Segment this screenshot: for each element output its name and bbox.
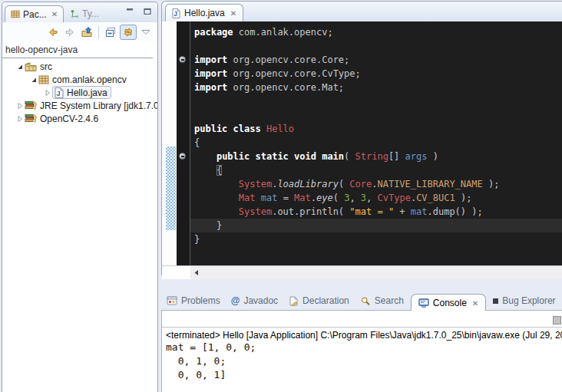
editor-area: J Hello.java ✕ package com.anlak.opencv;… <box>161 1 562 278</box>
tab-bug-explorer[interactable]: Bug Explorer <box>488 295 560 311</box>
code-line-16[interactable]: } <box>194 232 562 246</box>
tree-item-hello-java[interactable]: J Hello.java <box>2 86 157 99</box>
declaration-icon <box>289 296 299 306</box>
console-icon <box>418 298 429 308</box>
code-line-13[interactable]: Mat mat = Mat.eye( 3, 3, CvType.CV_8UC1 … <box>194 191 562 205</box>
tree-item-label: src <box>40 61 52 72</box>
minimize-button[interactable] <box>126 8 134 15</box>
tab-label: Console <box>433 298 467 308</box>
close-icon[interactable]: ✕ <box>230 9 236 18</box>
package-explorer-toolbar <box>2 22 157 41</box>
console-toolbar-icon[interactable] <box>553 316 561 324</box>
package-icon <box>38 75 49 84</box>
editor-horizontal-scrollbar[interactable] <box>162 265 562 279</box>
package-explorer-panel: Pac... ✕ Ty... <box>2 2 158 392</box>
tree-item-jre-library[interactable]: JRE System Library [jdk1.7.0_25] <box>2 99 157 112</box>
tree-item-label: com.anlak.opencv <box>52 74 127 85</box>
code-line-1[interactable]: package com.anlak.opencv; <box>194 25 562 39</box>
range-indicator <box>166 147 176 230</box>
svg-text:J: J <box>56 90 60 97</box>
editor-folding-gutter[interactable] <box>177 21 190 265</box>
project-separator <box>2 58 153 58</box>
scrollbar-spacer <box>162 266 190 279</box>
source-folder-icon <box>25 62 37 71</box>
tab-package-explorer[interactable]: Pac... ✕ <box>5 5 64 22</box>
code-line-2[interactable] <box>194 39 562 53</box>
tab-declaration[interactable]: Declaration <box>283 295 355 311</box>
link-with-editor-button[interactable] <box>120 25 137 40</box>
tab-search[interactable]: Search <box>355 295 409 311</box>
editor-tab-bar: J Hello.java ✕ <box>162 2 562 21</box>
scroll-left-arrow-icon[interactable] <box>193 269 200 276</box>
code-line-6[interactable] <box>194 94 562 108</box>
project-root-label[interactable]: hello-opencv-java <box>2 41 157 58</box>
java-file-icon: J <box>55 87 64 98</box>
tab-label: Problems <box>181 295 220 306</box>
expand-arrow-icon[interactable] <box>43 89 52 97</box>
fold-collapse-icon[interactable] <box>179 153 186 160</box>
package-explorer-icon <box>11 10 20 18</box>
tree-item-label: Hello.java <box>67 87 107 98</box>
tab-label: Declaration <box>302 295 349 306</box>
tab-hello-java[interactable]: J Hello.java ✕ <box>165 4 243 21</box>
close-icon[interactable]: ✕ <box>472 299 478 308</box>
tab-label: Hello.java <box>184 8 225 18</box>
editor-vertical-ruler[interactable] <box>162 21 177 265</box>
code-line-9[interactable]: { <box>194 136 562 150</box>
library-icon <box>25 100 37 110</box>
selected-item-highlight[interactable]: J Hello.java <box>52 86 111 99</box>
expand-arrow-icon[interactable] <box>15 102 25 110</box>
code-line-5[interactable]: import org.opencv.core.Mat; <box>194 81 562 94</box>
expand-arrow-icon[interactable] <box>29 76 38 84</box>
tab-label: Pac... <box>23 9 47 20</box>
console-process-title: <terminated> Hello [Java Application] C:… <box>166 330 562 341</box>
console-output-line: mat = [1, 0, 0; <box>166 341 562 354</box>
back-button[interactable] <box>45 25 61 40</box>
console-output[interactable]: mat = [1, 0, 0; 0, 1, 0; 0, 0, 1] <box>166 341 562 382</box>
code-line-14[interactable]: System.out.println( "mat = " + mat.dump(… <box>194 205 562 219</box>
tab-console[interactable]: Console ✕ <box>411 294 486 311</box>
code-line-7[interactable] <box>194 108 562 122</box>
maximize-button[interactable] <box>144 8 151 15</box>
fold-collapse-icon[interactable] <box>179 56 186 63</box>
view-menu-button[interactable] <box>138 25 154 40</box>
tab-problems[interactable]: Problems <box>161 295 226 311</box>
tab-type-hierarchy[interactable]: Ty... <box>64 8 105 22</box>
go-up-button[interactable] <box>79 25 94 40</box>
forward-button[interactable] <box>62 25 78 40</box>
code-line-11[interactable]: { <box>194 163 562 177</box>
code-editor[interactable]: package com.anlak.opencv;import org.open… <box>190 21 562 265</box>
problems-icon <box>167 296 177 305</box>
code-line-4[interactable]: import org.opencv.core.CvType; <box>194 67 562 81</box>
tab-label: Search <box>375 295 404 306</box>
library-icon <box>25 114 37 124</box>
console-output-line: 0, 1, 0; <box>166 354 562 368</box>
code-line-12[interactable]: System.loadLibrary( Core.NATIVE_LIBRARY_… <box>194 177 562 191</box>
tab-javadoc[interactable]: @ Javadoc <box>226 295 283 311</box>
collapse-all-button[interactable] <box>103 25 118 40</box>
tree-item-label: OpenCV-2.4.6 <box>40 114 98 124</box>
console-view: <terminated> Hello [Java Application] C:… <box>161 310 562 392</box>
code-line-15[interactable]: } <box>190 219 562 232</box>
code-line-10[interactable]: public static void main( String[] args ) <box>194 150 562 163</box>
tab-label: Javadoc <box>243 295 278 306</box>
console-document[interactable]: <terminated> Hello [Java Application] C:… <box>162 327 562 382</box>
console-output-line: 0, 0, 1] <box>166 368 562 382</box>
bug-explorer-icon <box>493 298 498 304</box>
javadoc-icon: @ <box>231 295 240 306</box>
tree-item-opencv-library[interactable]: OpenCV-2.4.6 <box>2 112 157 125</box>
toolbar-separator <box>98 26 99 38</box>
expand-arrow-icon[interactable] <box>15 63 25 71</box>
tab-label: Ty... <box>82 8 99 19</box>
tree-item-src[interactable]: src <box>2 60 157 73</box>
tab-label: Bug Explorer <box>502 295 555 306</box>
search-icon <box>360 296 371 306</box>
code-line-3[interactable]: import org.opencv.core.Core; <box>194 53 562 67</box>
tree-item-label: JRE System Library [jdk1.7.0_25] <box>40 100 157 111</box>
package-explorer-header: Pac... ✕ Ty... <box>2 2 157 22</box>
close-icon[interactable]: ✕ <box>51 10 58 18</box>
scrollbar-track[interactable] <box>190 266 562 279</box>
code-line-8[interactable]: public class Hello <box>194 122 562 136</box>
tree-item-package[interactable]: com.anlak.opencv <box>2 73 157 86</box>
expand-arrow-icon[interactable] <box>15 115 25 123</box>
